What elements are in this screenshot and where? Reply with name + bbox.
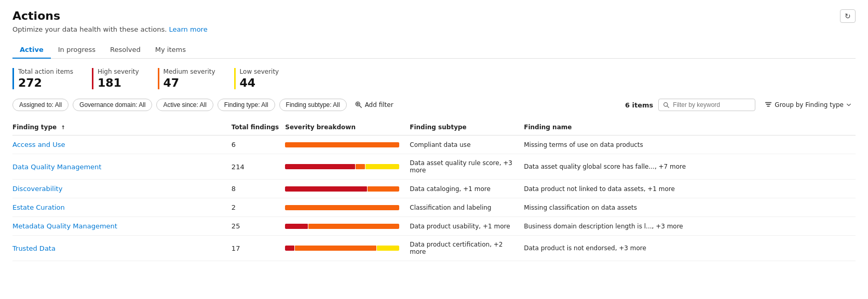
severity-bar <box>285 164 399 169</box>
severity-bar-cell <box>285 236 410 261</box>
filter-active-since[interactable]: Active since: All <box>156 99 213 111</box>
bar-segment-yellow <box>377 246 400 251</box>
col-finding-subtype[interactable]: Finding subtype <box>410 119 524 135</box>
finding-subtype-cell: Classification and labeling <box>410 198 524 217</box>
table-header-row: Finding type ↑ Total findings Severity b… <box>12 119 856 135</box>
finding-name-cell: Missing classification on data assets <box>524 198 856 217</box>
bar-segment-orange <box>356 164 364 169</box>
filter-assigned[interactable]: Assigned to: All <box>12 99 69 111</box>
col-total-findings[interactable]: Total findings <box>232 119 285 135</box>
finding-name-cell: Business domain description length is l.… <box>524 217 856 236</box>
col-finding-type[interactable]: Finding type ↑ <box>12 119 232 135</box>
findings-table: Finding type ↑ Total findings Severity b… <box>12 119 856 261</box>
filter-finding-type[interactable]: Finding type: All <box>218 99 275 111</box>
stat-medium: Medium severity 47 <box>158 68 215 89</box>
tab-my-items[interactable]: My items <box>148 42 193 59</box>
severity-bar <box>285 142 399 147</box>
finding-subtype-cell: Data asset quality rule score, +3 more <box>410 154 524 180</box>
bar-segment-orange <box>285 205 399 210</box>
tab-in-progress[interactable]: In progress <box>51 42 103 59</box>
finding-subtype-cell: Data product certification, +2 more <box>410 236 524 261</box>
bar-segment-yellow <box>365 164 399 169</box>
bar-segment-red <box>285 164 355 169</box>
svg-line-1 <box>359 105 361 107</box>
finding-type-link[interactable]: Discoverability <box>12 185 62 193</box>
table-row: Metadata Quality Management25Data produc… <box>12 217 856 236</box>
refresh-button[interactable]: ↻ <box>840 9 856 23</box>
finding-type-link[interactable]: Data Quality Management <box>12 163 101 171</box>
group-by-button[interactable]: Group by Finding type <box>761 99 856 111</box>
svg-rect-8 <box>767 106 770 107</box>
tab-bar: Active In progress Resolved My items <box>12 42 856 59</box>
total-findings-cell: 2 <box>232 198 285 217</box>
stats-row: Total action items 272 High severity 181… <box>12 68 856 89</box>
page-title: Actions <box>12 9 856 22</box>
finding-name-cell: Data product not linked to data assets, … <box>524 180 856 198</box>
severity-bar-cell <box>285 217 410 236</box>
bar-segment-red <box>285 224 308 229</box>
add-filter-button[interactable]: Add filter <box>351 99 398 111</box>
search-input[interactable] <box>673 101 751 108</box>
finding-name-cell: Data product is not endorsed, +3 more <box>524 236 856 261</box>
col-severity-breakdown[interactable]: Severity breakdown <box>285 119 410 135</box>
add-filter-label: Add filter <box>365 101 394 108</box>
table-row: Discoverability8Data cataloging, +1 more… <box>12 180 856 198</box>
filter-governance[interactable]: Governance domain: All <box>73 99 152 111</box>
page-subtitle: Optimize your data health with these act… <box>12 25 856 33</box>
total-findings-cell: 8 <box>232 180 285 198</box>
search-box[interactable] <box>658 99 755 111</box>
stat-total: Total action items 272 <box>12 68 73 89</box>
table-row: Estate Curation2Classification and label… <box>12 198 856 217</box>
severity-bar <box>285 186 399 192</box>
table-row: Data Quality Management214Data asset qua… <box>12 154 856 180</box>
finding-name-cell: Data asset quality global score has fall… <box>524 154 856 180</box>
finding-name-cell: Missing terms of use on data products <box>524 135 856 154</box>
bar-segment-orange <box>285 142 399 147</box>
stat-low: Low severity 44 <box>234 68 279 89</box>
total-findings-cell: 214 <box>232 154 285 180</box>
filter-finding-subtype[interactable]: Finding subtype: All <box>279 99 347 111</box>
bar-segment-orange <box>368 186 399 192</box>
severity-bar-cell <box>285 154 410 180</box>
svg-rect-7 <box>766 104 771 105</box>
severity-bar-cell <box>285 198 410 217</box>
severity-bar <box>285 224 399 229</box>
table-row: Access and Use6Compliant data useMissing… <box>12 135 856 154</box>
total-findings-cell: 17 <box>232 236 285 261</box>
bar-segment-orange <box>295 246 376 251</box>
col-finding-name[interactable]: Finding name <box>524 119 856 135</box>
add-filter-icon <box>355 101 362 108</box>
toolbar-right: 6 items Group by Finding type <box>625 99 856 111</box>
finding-subtype-cell: Compliant data use <box>410 135 524 154</box>
finding-subtype-cell: Data cataloging, +1 more <box>410 180 524 198</box>
search-icon <box>663 102 670 108</box>
finding-type-link[interactable]: Metadata Quality Management <box>12 222 117 230</box>
severity-bar <box>285 246 399 251</box>
total-findings-cell: 6 <box>232 135 285 154</box>
svg-rect-6 <box>765 102 771 103</box>
finding-type-link[interactable]: Access and Use <box>12 141 65 148</box>
bar-segment-orange <box>308 224 399 229</box>
learn-more-link[interactable]: Learn more <box>169 25 208 33</box>
tab-resolved[interactable]: Resolved <box>103 42 148 59</box>
severity-bar <box>285 205 399 210</box>
sort-arrow-icon: ↑ <box>61 125 65 130</box>
chevron-down-icon <box>846 102 851 107</box>
bar-segment-red <box>285 186 367 192</box>
items-count: 6 items <box>625 101 653 109</box>
bar-segment-red <box>285 246 294 251</box>
table-row: Trusted Data17Data product certification… <box>12 236 856 261</box>
finding-type-link[interactable]: Estate Curation <box>12 203 65 211</box>
group-by-icon <box>765 101 772 108</box>
filters-row: Assigned to: All Governance domain: All … <box>12 99 856 111</box>
svg-line-5 <box>667 106 669 107</box>
tab-active[interactable]: Active <box>12 42 51 59</box>
total-findings-cell: 25 <box>232 217 285 236</box>
stat-high: High severity 181 <box>92 68 139 89</box>
severity-bar-cell <box>285 180 410 198</box>
group-by-label: Group by Finding type <box>775 101 844 108</box>
finding-type-link[interactable]: Trusted Data <box>12 244 56 252</box>
severity-bar-cell <box>285 135 410 154</box>
finding-subtype-cell: Data product usability, +1 more <box>410 217 524 236</box>
